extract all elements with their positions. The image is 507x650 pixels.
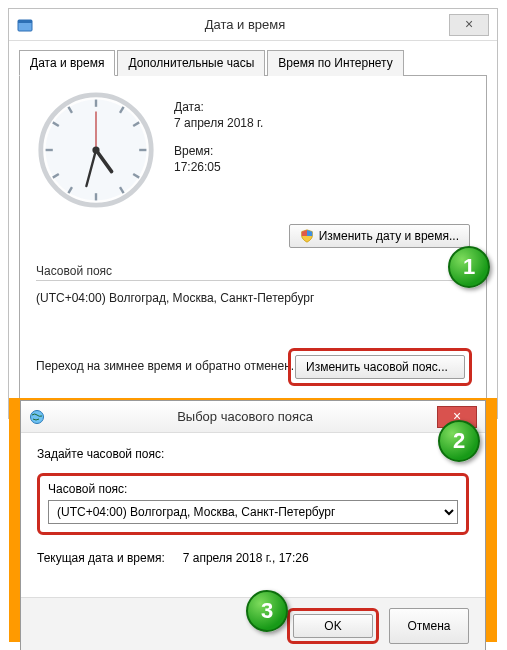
tab-panel: Дата: 7 апреля 2018 г. Время: 17:26:05 И… [19, 76, 487, 406]
datetime-icon [17, 17, 33, 33]
step-badge-3: 3 [246, 590, 288, 632]
step-badge-1: 1 [448, 246, 490, 288]
change-timezone-button[interactable]: Изменить часовой пояс... [295, 355, 465, 379]
datetime-window: Дата и время × Дата и время Дополнительн… [8, 8, 498, 419]
step-badge-2: 2 [438, 420, 480, 462]
datetime-info: Дата: 7 апреля 2018 г. Время: 17:26:05 [174, 90, 263, 188]
svg-rect-1 [18, 20, 32, 23]
tab-additional-clocks[interactable]: Дополнительные часы [117, 50, 265, 76]
cancel-label: Отмена [407, 619, 450, 633]
time-label: Время: [174, 144, 263, 158]
child-titlebar: Выбор часового пояса × [21, 401, 485, 433]
analog-clock [36, 90, 156, 210]
change-timezone-highlight: Изменить часовой пояс... [288, 348, 472, 386]
svg-point-20 [31, 410, 44, 423]
ok-highlight: OK [287, 608, 379, 644]
tab-internet-time[interactable]: Время по Интернету [267, 50, 403, 76]
date-label: Дата: [174, 100, 263, 114]
date-value: 7 апреля 2018 г. [174, 116, 263, 130]
titlebar: Дата и время × [9, 9, 497, 41]
change-datetime-label: Изменить дату и время... [319, 229, 459, 243]
timezone-group-highlight: Часовой пояс: (UTC+04:00) Волгоград, Мос… [37, 473, 469, 535]
timezone-section: Часовой пояс (UTC+04:00) Волгоград, Моск… [36, 264, 470, 305]
current-datetime-label: Текущая дата и время: [37, 551, 165, 565]
timezone-header: Часовой пояс [36, 264, 470, 281]
timezone-value: (UTC+04:00) Волгоград, Москва, Санкт-Пет… [36, 291, 470, 305]
current-datetime-row: Текущая дата и время: 7 апреля 2018 г., … [37, 551, 469, 565]
svg-point-19 [92, 146, 99, 153]
window-body: Дата и время Дополнительные часы Время п… [9, 41, 497, 418]
change-timezone-label: Изменить часовой пояс... [306, 360, 448, 374]
ok-label: OK [324, 619, 341, 633]
time-value: 17:26:05 [174, 160, 263, 174]
close-button[interactable]: × [449, 14, 489, 36]
child-body: Задайте часовой пояс: Часовой пояс: (UTC… [21, 433, 485, 597]
window-title: Дата и время [41, 17, 449, 32]
timezone-select[interactable]: (UTC+04:00) Волгоград, Москва, Санкт-Пет… [48, 500, 458, 524]
globe-icon [29, 409, 45, 425]
tabstrip: Дата и время Дополнительные часы Время п… [19, 49, 487, 76]
child-title: Выбор часового пояса [53, 409, 437, 424]
current-datetime-value: 7 апреля 2018 г., 17:26 [183, 551, 309, 565]
timezone-prompt: Задайте часовой пояс: [37, 447, 469, 461]
change-datetime-button[interactable]: Изменить дату и время... [289, 224, 470, 248]
tab-datetime[interactable]: Дата и время [19, 50, 115, 76]
shield-icon [300, 229, 314, 243]
cancel-button[interactable]: Отмена [389, 608, 469, 644]
timezone-label: Часовой пояс: [48, 482, 458, 496]
ok-button[interactable]: OK [293, 614, 373, 638]
